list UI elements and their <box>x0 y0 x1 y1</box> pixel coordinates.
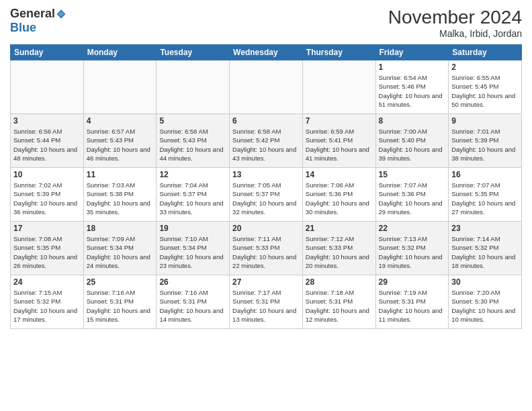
month-title: November 2024 <box>388 7 522 28</box>
day-info: Sunrise: 7:08 AM Sunset: 5:35 PM Dayligh… <box>13 234 81 270</box>
title-area: November 2024 Malka, Irbid, Jordan <box>388 7 522 39</box>
calendar-week-row: 1Sunrise: 6:54 AM Sunset: 5:46 PM Daylig… <box>11 60 522 114</box>
calendar-cell: 22Sunrise: 7:13 AM Sunset: 5:32 PM Dayli… <box>375 222 449 275</box>
calendar-cell: 14Sunrise: 7:06 AM Sunset: 5:36 PM Dayli… <box>302 168 375 222</box>
day-info: Sunrise: 7:10 AM Sunset: 5:34 PM Dayligh… <box>159 234 226 270</box>
day-number: 6 <box>232 116 300 126</box>
day-info: Sunrise: 7:02 AM Sunset: 5:39 PM Dayligh… <box>13 181 81 216</box>
logo-icon <box>56 9 66 19</box>
calendar-cell: 21Sunrise: 7:12 AM Sunset: 5:33 PM Dayli… <box>302 222 375 275</box>
day-info: Sunrise: 6:58 AM Sunset: 5:42 PM Dayligh… <box>232 127 300 163</box>
day-number: 1 <box>379 62 446 72</box>
day-info: Sunrise: 7:19 AM Sunset: 5:31 PM Dayligh… <box>379 288 446 324</box>
weekday-header: Tuesday <box>157 45 230 60</box>
calendar-week-row: 3Sunrise: 6:56 AM Sunset: 5:44 PM Daylig… <box>11 114 522 168</box>
calendar-cell: 7Sunrise: 6:59 AM Sunset: 5:41 PM Daylig… <box>302 114 375 168</box>
calendar-cell: 13Sunrise: 7:05 AM Sunset: 5:37 PM Dayli… <box>230 168 303 222</box>
calendar-cell: 25Sunrise: 7:16 AM Sunset: 5:31 PM Dayli… <box>83 275 157 329</box>
weekday-header: Friday <box>375 45 449 60</box>
day-number: 22 <box>379 224 446 233</box>
day-number: 16 <box>451 170 519 179</box>
calendar-cell <box>157 60 230 114</box>
calendar-cell: 27Sunrise: 7:17 AM Sunset: 5:31 PM Dayli… <box>230 275 303 329</box>
day-info: Sunrise: 7:11 AM Sunset: 5:33 PM Dayligh… <box>232 234 300 270</box>
calendar-cell <box>230 60 303 114</box>
day-info: Sunrise: 6:59 AM Sunset: 5:41 PM Dayligh… <box>306 127 373 163</box>
calendar-cell: 5Sunrise: 6:58 AM Sunset: 5:43 PM Daylig… <box>157 114 230 168</box>
day-info: Sunrise: 6:57 AM Sunset: 5:43 PM Dayligh… <box>87 127 154 163</box>
day-info: Sunrise: 7:14 AM Sunset: 5:32 PM Dayligh… <box>451 234 519 270</box>
day-number: 13 <box>232 170 300 179</box>
calendar-cell: 24Sunrise: 7:15 AM Sunset: 5:32 PM Dayli… <box>11 275 84 329</box>
weekday-header: Thursday <box>302 45 375 60</box>
day-info: Sunrise: 7:18 AM Sunset: 5:31 PM Dayligh… <box>306 288 373 324</box>
day-number: 4 <box>87 116 154 126</box>
calendar-week-row: 10Sunrise: 7:02 AM Sunset: 5:39 PM Dayli… <box>11 168 522 222</box>
calendar-cell: 17Sunrise: 7:08 AM Sunset: 5:35 PM Dayli… <box>11 222 84 275</box>
calendar-cell: 20Sunrise: 7:11 AM Sunset: 5:33 PM Dayli… <box>230 222 303 275</box>
day-number: 7 <box>306 116 373 126</box>
day-number: 24 <box>13 277 81 287</box>
logo-blue-text: Blue <box>10 21 36 35</box>
day-number: 26 <box>159 277 226 287</box>
location: Malka, Irbid, Jordan <box>388 28 522 39</box>
day-number: 23 <box>451 224 519 233</box>
calendar-cell: 26Sunrise: 7:16 AM Sunset: 5:31 PM Dayli… <box>157 275 230 329</box>
day-number: 19 <box>159 224 226 233</box>
day-info: Sunrise: 7:16 AM Sunset: 5:31 PM Dayligh… <box>87 288 154 324</box>
day-info: Sunrise: 7:16 AM Sunset: 5:31 PM Dayligh… <box>159 288 226 324</box>
day-info: Sunrise: 7:03 AM Sunset: 5:38 PM Dayligh… <box>87 181 154 216</box>
calendar-cell: 19Sunrise: 7:10 AM Sunset: 5:34 PM Dayli… <box>157 222 230 275</box>
day-info: Sunrise: 7:15 AM Sunset: 5:32 PM Dayligh… <box>13 288 81 324</box>
day-info: Sunrise: 7:07 AM Sunset: 5:35 PM Dayligh… <box>451 181 519 216</box>
day-number: 2 <box>451 62 519 72</box>
day-number: 25 <box>87 277 154 287</box>
day-info: Sunrise: 7:13 AM Sunset: 5:32 PM Dayligh… <box>379 234 446 270</box>
page: General Blue November 2024 Malka, Irbid,… <box>0 0 532 411</box>
logo-general-text: General <box>10 7 55 21</box>
day-number: 30 <box>451 277 519 287</box>
calendar-cell: 8Sunrise: 7:00 AM Sunset: 5:40 PM Daylig… <box>375 114 449 168</box>
day-number: 21 <box>306 224 373 233</box>
day-info: Sunrise: 7:00 AM Sunset: 5:40 PM Dayligh… <box>379 127 446 163</box>
day-number: 17 <box>13 224 81 233</box>
calendar-cell: 16Sunrise: 7:07 AM Sunset: 5:35 PM Dayli… <box>449 168 522 222</box>
day-number: 15 <box>379 170 446 179</box>
calendar-cell <box>83 60 157 114</box>
calendar-cell: 10Sunrise: 7:02 AM Sunset: 5:39 PM Dayli… <box>11 168 84 222</box>
calendar-week-row: 24Sunrise: 7:15 AM Sunset: 5:32 PM Dayli… <box>11 275 522 329</box>
day-info: Sunrise: 7:01 AM Sunset: 5:39 PM Dayligh… <box>451 127 519 163</box>
day-info: Sunrise: 7:17 AM Sunset: 5:31 PM Dayligh… <box>232 288 300 324</box>
day-number: 14 <box>306 170 373 179</box>
calendar-cell: 6Sunrise: 6:58 AM Sunset: 5:42 PM Daylig… <box>230 114 303 168</box>
calendar-cell <box>11 60 84 114</box>
day-info: Sunrise: 7:20 AM Sunset: 5:30 PM Dayligh… <box>451 288 519 324</box>
day-number: 27 <box>232 277 300 287</box>
calendar: SundayMondayTuesdayWednesdayThursdayFrid… <box>10 44 522 329</box>
calendar-cell: 11Sunrise: 7:03 AM Sunset: 5:38 PM Dayli… <box>83 168 157 222</box>
weekday-header: Saturday <box>449 45 522 60</box>
day-number: 11 <box>87 170 154 179</box>
day-info: Sunrise: 6:55 AM Sunset: 5:45 PM Dayligh… <box>451 73 519 109</box>
day-number: 10 <box>13 170 81 179</box>
calendar-cell: 12Sunrise: 7:04 AM Sunset: 5:37 PM Dayli… <box>157 168 230 222</box>
calendar-week-row: 17Sunrise: 7:08 AM Sunset: 5:35 PM Dayli… <box>11 222 522 275</box>
calendar-cell: 3Sunrise: 6:56 AM Sunset: 5:44 PM Daylig… <box>11 114 84 168</box>
calendar-cell: 4Sunrise: 6:57 AM Sunset: 5:43 PM Daylig… <box>83 114 157 168</box>
calendar-cell: 29Sunrise: 7:19 AM Sunset: 5:31 PM Dayli… <box>375 275 449 329</box>
day-number: 28 <box>306 277 373 287</box>
calendar-cell: 28Sunrise: 7:18 AM Sunset: 5:31 PM Dayli… <box>302 275 375 329</box>
day-number: 18 <box>87 224 154 233</box>
day-number: 5 <box>159 116 226 126</box>
calendar-cell: 30Sunrise: 7:20 AM Sunset: 5:30 PM Dayli… <box>449 275 522 329</box>
weekday-header: Monday <box>83 45 157 60</box>
day-number: 9 <box>451 116 519 126</box>
header: General Blue November 2024 Malka, Irbid,… <box>10 7 522 39</box>
day-info: Sunrise: 6:56 AM Sunset: 5:44 PM Dayligh… <box>13 127 81 163</box>
day-info: Sunrise: 7:09 AM Sunset: 5:34 PM Dayligh… <box>87 234 154 270</box>
calendar-cell <box>302 60 375 114</box>
day-info: Sunrise: 7:07 AM Sunset: 5:36 PM Dayligh… <box>379 181 446 216</box>
day-info: Sunrise: 6:58 AM Sunset: 5:43 PM Dayligh… <box>159 127 226 163</box>
day-number: 29 <box>379 277 446 287</box>
calendar-cell: 9Sunrise: 7:01 AM Sunset: 5:39 PM Daylig… <box>449 114 522 168</box>
